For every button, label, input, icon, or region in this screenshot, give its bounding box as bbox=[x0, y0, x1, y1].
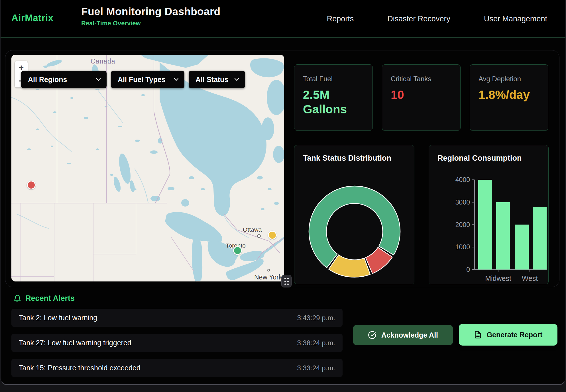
alert-timestamp: 3:38:24 p.m. bbox=[297, 339, 335, 347]
bar-region-3 bbox=[515, 225, 529, 270]
y-tick-label: 3000 bbox=[455, 199, 470, 206]
regional-consumption-bar-chart: 01000200030004000MidwestWest bbox=[429, 145, 549, 285]
y-tick-label: 4000 bbox=[455, 176, 470, 183]
recent-alerts-title: Recent Alerts bbox=[25, 294, 75, 303]
stat-value-critical-tanks: 10 bbox=[391, 87, 449, 102]
alert-row[interactable]: Tank 2: Low fuel warning 3:43:29 p.m. bbox=[11, 309, 343, 327]
tank-marker-warning[interactable] bbox=[268, 231, 277, 240]
alert-row[interactable]: Tank 27: Low fuel warning triggered 3:38… bbox=[11, 334, 343, 352]
tank-marker-normal[interactable] bbox=[233, 246, 242, 255]
stat-value-avg-depletion: 1.8%/day bbox=[479, 87, 524, 102]
alert-timestamp: 3:33:24 p.m. bbox=[297, 364, 335, 372]
generate-report-label: Generate Report bbox=[487, 331, 543, 339]
generate-report-button[interactable]: Generate Report bbox=[459, 324, 557, 346]
chevron-down-icon bbox=[234, 78, 239, 81]
alert-row[interactable]: Tank 15: Pressure threshold exceeded 3:3… bbox=[11, 359, 343, 377]
bar-region-2 bbox=[496, 202, 510, 270]
check-circle-icon bbox=[368, 331, 376, 339]
region-filter-select[interactable]: All Regions bbox=[21, 71, 107, 88]
bell-icon bbox=[13, 294, 21, 303]
app-root: AirMatrix Fuel Monitoring Dashboard Real… bbox=[0, 0, 566, 392]
chevron-down-icon bbox=[96, 78, 101, 81]
tank-status-donut-chart bbox=[294, 145, 415, 285]
main-nav: Reports Disaster Recovery User Managemen… bbox=[327, 0, 547, 38]
acknowledge-all-label: Acknowledge All bbox=[381, 331, 438, 339]
stat-card-avg-depletion: Avg Depletion 1.8%/day bbox=[470, 64, 548, 131]
nav-item-disaster-recovery[interactable]: Disaster Recovery bbox=[387, 15, 450, 23]
alert-message: Tank 15: Pressure threshold exceeded bbox=[19, 364, 141, 372]
stat-label: Avg Depletion bbox=[479, 75, 539, 83]
page-title: Fuel Monitoring Dashboard bbox=[81, 6, 220, 18]
new-york-city-marker bbox=[267, 269, 270, 271]
y-tick-label: 2000 bbox=[455, 221, 470, 228]
y-tick-label: 0 bbox=[466, 266, 470, 273]
tank-status-card: Tank Status Distribution bbox=[294, 145, 414, 284]
x-tick-label: Midwest bbox=[485, 274, 511, 282]
bar-region-1 bbox=[478, 180, 492, 270]
stat-value-total-fuel: 2.5M Gallons bbox=[303, 87, 361, 117]
alert-message: Tank 27: Low fuel warning triggered bbox=[19, 339, 131, 347]
nav-item-user-management[interactable]: User Management bbox=[484, 15, 547, 23]
stat-label: Total Fuel bbox=[303, 75, 364, 83]
acknowledge-all-button[interactable]: Acknowledge All bbox=[353, 325, 453, 345]
regional-consumption-card: Regional Consumption 01000200030004000Mi… bbox=[429, 145, 549, 284]
map-label-canada: Canada bbox=[91, 58, 115, 65]
map-label-new-york: New York bbox=[254, 273, 282, 281]
tank-marker-critical[interactable] bbox=[27, 181, 36, 189]
stat-cards: Total Fuel 2.5M Gallons Critical Tanks 1… bbox=[294, 64, 548, 131]
stat-card-total-fuel: Total Fuel 2.5M Gallons bbox=[294, 64, 373, 131]
alert-timestamp: 3:43:29 p.m. bbox=[297, 314, 335, 322]
chevron-down-icon bbox=[174, 78, 179, 81]
header: AirMatrix Fuel Monitoring Dashboard Real… bbox=[1, 0, 565, 38]
fuel-type-filter-select[interactable]: All Fuel Types bbox=[111, 71, 184, 88]
bar-region-4 bbox=[533, 207, 547, 270]
map-label-ottawa: Ottawa bbox=[243, 226, 262, 233]
status-filter-value: All Status bbox=[196, 75, 228, 84]
alert-message: Tank 2: Low fuel warning bbox=[19, 314, 97, 322]
brand-logo: AirMatrix bbox=[11, 13, 54, 23]
title-block: Fuel Monitoring Dashboard Real-Time Over… bbox=[81, 6, 220, 27]
resize-grip-handle[interactable] bbox=[281, 275, 292, 287]
donut-segment-warning bbox=[329, 255, 370, 277]
map-filter-bar: All Regions All Fuel Types All Status bbox=[21, 71, 245, 88]
recent-alerts-heading: Recent Alerts bbox=[13, 294, 75, 303]
fuel-map[interactable]: Canada + − All Regions All Fuel Types Al… bbox=[11, 55, 284, 281]
page-subtitle: Real-Time Overview bbox=[81, 20, 220, 27]
y-tick-label: 1000 bbox=[455, 243, 470, 251]
report-document-icon bbox=[474, 330, 482, 339]
ottawa-city-marker bbox=[257, 234, 261, 238]
x-tick-label: West bbox=[522, 274, 538, 282]
stat-label: Critical Tanks bbox=[391, 75, 452, 83]
fuel-type-filter-value: All Fuel Types bbox=[118, 75, 166, 84]
stat-card-critical-tanks: Critical Tanks 10 bbox=[382, 64, 461, 131]
status-filter-select[interactable]: All Status bbox=[189, 71, 245, 88]
nav-item-reports[interactable]: Reports bbox=[327, 15, 354, 23]
region-filter-value: All Regions bbox=[28, 75, 67, 84]
dashboard-window: AirMatrix Fuel Monitoring Dashboard Real… bbox=[0, 0, 566, 385]
